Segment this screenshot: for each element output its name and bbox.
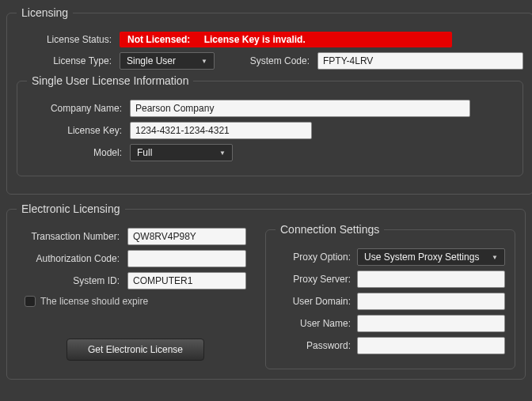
license-type-label: License Type: xyxy=(17,55,112,66)
model-label: Model: xyxy=(27,147,122,158)
license-type-select[interactable]: Single User ▼ xyxy=(120,52,215,70)
licensing-group: Licensing License Status: Not Licensed: … xyxy=(6,6,532,195)
electronic-legend: Electronic Licensing xyxy=(17,202,125,215)
get-electronic-license-button[interactable]: Get Electronic License xyxy=(66,339,204,361)
system-id-input[interactable] xyxy=(127,272,246,289)
proxy-server-label: Proxy Server: xyxy=(276,274,351,285)
authorization-code-label: Authorization Code: xyxy=(17,253,120,264)
chevron-down-icon: ▼ xyxy=(219,149,226,157)
electronic-licensing-group: Electronic Licensing Transaction Number:… xyxy=(6,202,526,380)
user-name-input[interactable] xyxy=(357,315,505,332)
proxy-option-select[interactable]: Use System Proxy Settings ▼ xyxy=(357,248,505,266)
connection-legend: Connection Settings xyxy=(276,223,384,236)
company-name-label: Company Name: xyxy=(27,103,122,114)
user-name-label: User Name: xyxy=(276,318,351,329)
model-select[interactable]: Full ▼ xyxy=(130,144,233,161)
user-domain-input[interactable] xyxy=(357,293,505,310)
license-status-value-2: License Key is invalid. xyxy=(204,34,306,45)
user-domain-label: User Domain: xyxy=(276,296,351,307)
company-name-input[interactable] xyxy=(130,100,470,117)
license-expire-checkbox[interactable] xyxy=(25,296,36,307)
chevron-down-icon: ▼ xyxy=(492,254,498,261)
transaction-number-label: Transaction Number: xyxy=(17,231,120,242)
password-label: Password: xyxy=(276,340,351,351)
license-key-label: License Key: xyxy=(27,125,122,136)
single-user-legend: Single User License Information xyxy=(27,74,193,87)
license-status-value-1: Not Licensed: xyxy=(127,34,190,45)
proxy-option-label: Proxy Option: xyxy=(276,252,351,263)
password-input[interactable] xyxy=(357,337,505,354)
proxy-option-value: Use System Proxy Settings xyxy=(364,252,479,263)
license-key-input[interactable] xyxy=(130,122,312,139)
authorization-code-input[interactable] xyxy=(127,250,246,267)
chevron-down-icon: ▼ xyxy=(201,58,207,65)
system-id-label: System ID: xyxy=(17,275,120,286)
transaction-number-input[interactable] xyxy=(127,228,246,245)
model-value: Full xyxy=(137,147,152,158)
system-code-label: System Code: xyxy=(222,55,310,66)
licensing-legend: Licensing xyxy=(17,6,73,19)
proxy-server-input[interactable] xyxy=(357,270,505,288)
license-status-banner: Not Licensed: License Key is invalid. xyxy=(120,32,452,47)
license-status-label: License Status: xyxy=(17,34,112,45)
license-type-value: Single User xyxy=(127,55,176,66)
connection-settings-group: Connection Settings Proxy Option: Use Sy… xyxy=(265,223,515,369)
system-code-input[interactable] xyxy=(317,52,523,70)
single-user-group: Single User License Information Company … xyxy=(17,74,523,176)
license-expire-label: The license should expire xyxy=(40,296,148,307)
